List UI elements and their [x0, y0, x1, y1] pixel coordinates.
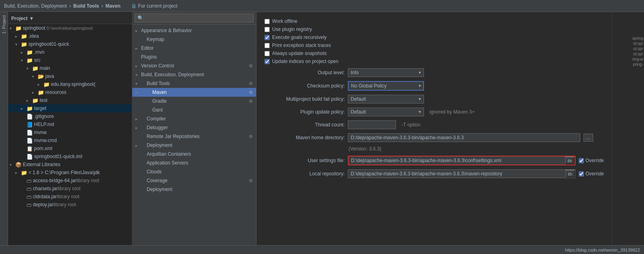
- tree-item-cldrdata[interactable]: 🗃 cldrdata.jar library root: [8, 193, 132, 201]
- tree-item-deploy[interactable]: 🗃 deploy.jar library root: [8, 201, 132, 209]
- local-repo-override-checkbox[interactable]: [579, 171, 584, 177]
- execute-goals-checkbox[interactable]: [264, 35, 270, 40]
- settings-item-editor[interactable]: ▸ Editor: [132, 44, 256, 53]
- settings-item-remote-jar[interactable]: Remote Jar Repositories ⚙: [132, 132, 256, 141]
- folder-icon-extlibs: 📦: [15, 162, 22, 168]
- settings-item-clouds[interactable]: Clouds: [132, 167, 256, 176]
- settings-item-maven[interactable]: ▸ Maven ⚙: [132, 88, 256, 97]
- tree-item-springboot[interactable]: ▾ 📁 springboot D:\work\idea\springboot: [8, 24, 132, 32]
- thread-count-input[interactable]: [348, 120, 396, 129]
- maven-home-browse-button[interactable]: ...: [583, 134, 593, 142]
- settings-search-input[interactable]: [135, 14, 254, 22]
- project-header[interactable]: Project ▼: [8, 13, 132, 24]
- work-offline-label: Work offline: [272, 18, 297, 24]
- settings-item-deployment[interactable]: ▸ Deployment: [132, 141, 256, 150]
- breadcrumb-maven[interactable]: Maven: [105, 3, 120, 9]
- folder-icon-edu: 📁: [43, 81, 50, 87]
- tree-item-test[interactable]: ▸ 📁 test: [8, 96, 132, 104]
- checksum-policy-select[interactable]: No Global Policy Fail Warn: [348, 81, 424, 91]
- settings-item-deployment2[interactable]: Deployment: [132, 185, 256, 194]
- settings-label-debugger: Debugger: [147, 125, 253, 130]
- tree-suffix-access: library root: [77, 178, 99, 183]
- user-settings-input[interactable]: [349, 156, 565, 165]
- checkbox-row-update-indices: Update indices on project open: [264, 59, 604, 64]
- tree-label-java: java: [45, 73, 54, 79]
- tree-item-access-bridge[interactable]: 🗃 access-bridge-64.jar library root: [8, 177, 132, 185]
- tree-suffix-charsets: library root: [58, 186, 81, 191]
- gear-icon-coverage: ⚙: [249, 178, 253, 183]
- settings-item-arquillian[interactable]: Arquillian Containers: [132, 150, 256, 158]
- tree-item-charsets[interactable]: 🗃 charsets.jar library root: [8, 185, 132, 193]
- plugin-update-select[interactable]: Default Force Update Never: [348, 108, 424, 116]
- settings-label-remote-jar: Remote Jar Repositories: [147, 134, 247, 139]
- dropdown-arrow-icon: ▼: [29, 16, 34, 21]
- file-icon-charsets: 🗃: [26, 186, 32, 192]
- tree-label-src: src: [34, 57, 40, 63]
- work-offline-checkbox[interactable]: [264, 19, 270, 24]
- tree-item-jdk18[interactable]: ▸ 📁 < 1.8 > C:\Program Files\Java\jdk: [8, 169, 132, 177]
- settings-item-version-control[interactable]: ▸ Version Control ⚙: [132, 61, 256, 70]
- tree-arrow-target: ▸: [21, 106, 26, 111]
- user-settings-browse-button[interactable]: 🗁: [565, 156, 575, 165]
- print-exception-label: Print exception stack traces: [272, 43, 331, 48]
- settings-item-compiler[interactable]: ▸ Compiler: [132, 114, 256, 123]
- tree-item-pomxml[interactable]: 📋 pom.xml: [8, 144, 132, 152]
- checkbox-row-work-offline: Work offline: [264, 18, 604, 24]
- settings-item-debugger[interactable]: ▸ Debugger: [132, 123, 256, 132]
- tree-item-gitignore[interactable]: 📄 .gitignore: [8, 112, 132, 120]
- settings-item-plugins[interactable]: Plugins: [132, 53, 256, 61]
- tree-label-mvn: .mvn: [34, 49, 44, 55]
- output-level-select[interactable]: Info Debug Verbose: [348, 68, 424, 77]
- settings-item-coverage[interactable]: Coverage ⚙: [132, 176, 256, 185]
- user-settings-override-checkbox[interactable]: [579, 158, 584, 163]
- tree-item-edu[interactable]: ▸ 📁 edu.itany.springboot(: [8, 80, 132, 88]
- tree-item-mvn[interactable]: ▸ 📁 .mvn: [8, 48, 132, 56]
- maven-home-input[interactable]: [348, 133, 580, 142]
- settings-item-build-tools[interactable]: ▾ Build Tools ⚙: [132, 79, 256, 88]
- tree-item-main[interactable]: ▾ 📁 main: [8, 64, 132, 72]
- file-icon-access: 🗃: [26, 178, 32, 184]
- annotation-otspr2: ot:spr: [633, 47, 643, 51]
- tree-label-jdk18: < 1.8 > C:\Program Files\Java\jdk: [28, 170, 100, 175]
- settings-label-coverage: Coverage: [147, 178, 247, 183]
- print-exception-checkbox[interactable]: [264, 43, 270, 48]
- local-repo-browse-button[interactable]: 🗁: [565, 170, 575, 178]
- update-indices-checkbox[interactable]: [264, 59, 270, 64]
- settings-item-app-servers[interactable]: Application Servers: [132, 158, 256, 167]
- tree-item-java[interactable]: ▾ 📂 java: [8, 72, 132, 80]
- tree-item-springboot01[interactable]: ▾ 📁 springboot01-quick: [8, 40, 132, 48]
- settings-item-gradle[interactable]: Gradle ⚙: [132, 97, 256, 106]
- tree-item-mvnw[interactable]: 📄 mvnw: [8, 128, 132, 136]
- settings-label-editor: Editor: [141, 45, 253, 51]
- tree-item-target[interactable]: ▸ 📁 target: [8, 104, 132, 112]
- use-plugin-registry-checkbox[interactable]: [264, 27, 270, 32]
- tree-item-help[interactable]: 📘 HELP.md: [8, 120, 132, 128]
- settings-item-gant[interactable]: Gant: [132, 106, 256, 114]
- breadcrumb-build-tools[interactable]: Build Tools: [73, 3, 99, 9]
- local-repo-input[interactable]: [348, 170, 565, 178]
- tree-item-iml[interactable]: 📄 springboot01-quick.iml: [8, 152, 132, 161]
- multiproject-label: Multiproject build fail policy:: [264, 96, 345, 102]
- arrow-icon-build-exec: ▾: [135, 73, 141, 77]
- project-tab-label[interactable]: 1: Project: [2, 15, 6, 34]
- file-icon-deploy: 🗃: [26, 202, 32, 208]
- output-level-row: Output level: Info Debug Verbose: [264, 68, 604, 77]
- settings-label-app-servers: Application Servers: [147, 160, 253, 166]
- tree-item-src[interactable]: ▾ 📁 src: [8, 56, 132, 64]
- breadcrumb-build[interactable]: Build, Execution, Deployment: [4, 3, 67, 9]
- tree-item-idea[interactable]: ▸ 📁 .idea: [8, 32, 132, 40]
- thread-count-label: Thread count:: [264, 122, 345, 128]
- tree-item-resources[interactable]: ▸ 📁 resources: [8, 88, 132, 96]
- project-side-tab[interactable]: 1: Project: [0, 12, 8, 245]
- tree-arrow-src: ▾: [21, 58, 26, 63]
- settings-item-keymap[interactable]: Keymap: [132, 35, 256, 44]
- tree-item-extlibs[interactable]: ▾ 📦 External Libraries: [8, 161, 132, 169]
- settings-item-build-exec[interactable]: ▾ Build, Execution, Deployment: [132, 70, 256, 79]
- always-update-checkbox[interactable]: [264, 51, 270, 56]
- tree-item-mvnwcmd[interactable]: 📄 mvnw.cmd: [8, 136, 132, 144]
- settings-item-appearance[interactable]: ▸ Appearance & Behavior: [132, 26, 256, 35]
- maven-home-row: Maven home directory: ...: [264, 133, 604, 142]
- settings-label-arquillian: Arquillian Containers: [147, 151, 253, 157]
- local-repo-label: Local repository:: [264, 171, 345, 177]
- multiproject-select[interactable]: Default Fail Fast: [348, 95, 424, 104]
